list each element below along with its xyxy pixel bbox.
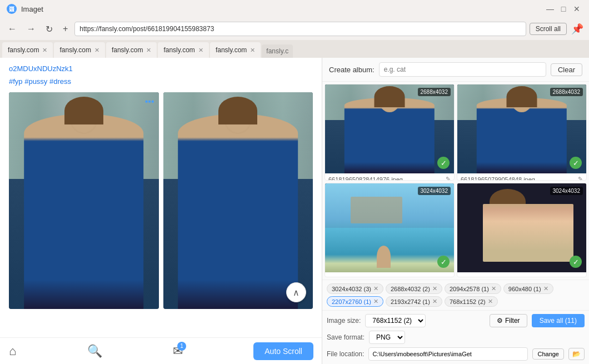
- tab-1-close[interactable]: ✕: [42, 47, 47, 54]
- dots-menu-icon[interactable]: •••: [145, 97, 154, 107]
- close-button[interactable]: ✕: [571, 3, 582, 14]
- browser-content: o2MDUxNDUzNzk1 #fyp #pussy #dress: [0, 58, 322, 364]
- mail-icon[interactable]: ✉ 1: [173, 344, 183, 358]
- check-icon-1: ✓: [437, 157, 450, 169]
- format-row: Save format: PNG: [327, 331, 585, 344]
- filter-tag-4-remove[interactable]: ✕: [373, 298, 378, 305]
- tab-6-label: fansly.c: [266, 47, 288, 55]
- image-dim-1: 2688x4032: [418, 88, 451, 96]
- bottom-controls: Image size: 768x1152 (2) ⚙ Filter Save a…: [322, 310, 589, 364]
- right-images-grid: 2688x4032 ✓ 661819650828414976.jpeg ✎ Sh…: [322, 82, 589, 280]
- size-row: Image size: 768x1152 (2) ⚙ Filter Save a…: [327, 314, 585, 327]
- save-all-button[interactable]: Save all (11): [532, 314, 585, 327]
- home-icon[interactable]: ⌂: [9, 344, 16, 358]
- filter-tag-2-label: 2094x2578 (1): [450, 286, 489, 292]
- tab-4-close[interactable]: ✕: [198, 47, 203, 54]
- filter-tag-0[interactable]: 3024x4032 (3) ✕: [327, 283, 383, 294]
- image-dim-2: 2688x4032: [550, 88, 583, 96]
- tab-5-label: fansly.com: [216, 46, 247, 54]
- filter-tag-1-remove[interactable]: ✕: [432, 285, 437, 292]
- pin-icon[interactable]: 📌: [570, 22, 585, 36]
- tab-2-close[interactable]: ✕: [94, 47, 99, 54]
- browser-image-1: •••: [9, 92, 159, 309]
- filename-2: 661819650799054848.jpeg: [461, 176, 535, 181]
- image-dim-3: 3024x4032: [418, 187, 451, 195]
- filter-tag-3[interactable]: 960x480 (1) ✕: [503, 283, 553, 294]
- browser-images-grid: ••• ∧: [9, 92, 313, 309]
- filter-tag-1-label: 2688x4032 (2): [391, 286, 430, 292]
- album-label: Create album:: [329, 66, 375, 74]
- album-row: Create album: Clear: [322, 58, 589, 82]
- image-info-1: 661819650828414976.jpeg ✎: [325, 173, 454, 181]
- maximize-button[interactable]: □: [558, 3, 569, 14]
- filter-tag-2[interactable]: 2094x2578 (1) ✕: [445, 283, 501, 294]
- tab-3[interactable]: fansly.com ✕: [106, 42, 157, 58]
- filter-tag-2-remove[interactable]: ✕: [491, 285, 496, 292]
- check-icon-3: ✓: [437, 256, 450, 268]
- image-size-select[interactable]: 768x1152 (2): [365, 314, 426, 327]
- filter-tag-4-label: 2207x2760 (1): [332, 298, 371, 305]
- location-row: File location: Change 📂: [327, 347, 585, 361]
- image-dim-4: 3024x4032: [550, 187, 583, 195]
- page-link[interactable]: o2MDUxNDUzNzk1: [9, 64, 313, 73]
- image-card-3: 3024x4032 ✓: [325, 183, 455, 277]
- back-button[interactable]: ←: [4, 22, 20, 36]
- filter-tags-row: 3024x4032 (3) ✕ 2688x4032 (2) ✕ 2094x257…: [322, 280, 589, 310]
- album-input[interactable]: [379, 62, 546, 77]
- main-layout: o2MDUxNDUzNzk1 #fyp #pussy #dress: [0, 58, 589, 364]
- auto-scroll-button[interactable]: Auto Scroll: [253, 342, 313, 360]
- filter-tag-3-remove[interactable]: ✕: [543, 285, 548, 292]
- image-card-2: 2688x4032 ✓ 661819650799054848.jpeg ✎ Sh…: [457, 84, 587, 181]
- filter-icon: ⚙: [497, 317, 503, 325]
- tab-2[interactable]: fansly.com ✕: [54, 42, 104, 58]
- tab-1[interactable]: fansly.com ✕: [2, 42, 53, 58]
- filter-tag-5-label: 2193x2742 (1): [391, 298, 430, 305]
- tab-3-label: fansly.com: [112, 46, 143, 54]
- right-panel: Create album: Clear 2688x4032 ✓: [322, 58, 589, 364]
- app-icon: 🖼: [7, 4, 17, 14]
- title-bar-left: 🖼 Imaget: [7, 4, 43, 14]
- address-bar[interactable]: [74, 22, 526, 36]
- clear-button[interactable]: Clear: [551, 63, 582, 76]
- image-info-4: [457, 272, 586, 277]
- filter-tag-4[interactable]: 2207x2760 (1) ✕: [327, 296, 383, 307]
- file-location-input[interactable]: [368, 347, 528, 361]
- tab-2-label: fansly.com: [59, 46, 91, 54]
- filter-button[interactable]: ⚙ Filter: [490, 314, 527, 327]
- tab-5-close[interactable]: ✕: [250, 47, 255, 54]
- tab-5[interactable]: fansly.com ✕: [210, 42, 261, 58]
- tab-6[interactable]: fansly.c: [262, 44, 293, 58]
- filter-tag-5-remove[interactable]: ✕: [432, 298, 437, 305]
- filter-tag-6[interactable]: 768x1152 (2) ✕: [445, 296, 498, 307]
- tab-3-close[interactable]: ✕: [146, 47, 151, 54]
- check-icon-4: ✓: [570, 256, 582, 268]
- filter-tag-3-label: 960x480 (1): [508, 286, 541, 292]
- forward-button[interactable]: →: [23, 22, 39, 36]
- search-icon[interactable]: 🔍: [87, 344, 102, 358]
- image-card-4: 3024x4032 ✓: [457, 183, 587, 277]
- image-card-1: 2688x4032 ✓ 661819650828414976.jpeg ✎ Sh…: [325, 84, 455, 181]
- image-info-3: [325, 272, 454, 277]
- open-folder-button[interactable]: 📂: [568, 348, 585, 360]
- scroll-up-button[interactable]: ∧: [286, 282, 306, 302]
- filter-tag-6-remove[interactable]: ✕: [488, 298, 493, 305]
- scroll-all-button[interactable]: Scroll all: [530, 23, 567, 35]
- filter-tag-5[interactable]: 2193x2742 (1) ✕: [386, 296, 442, 307]
- title-bar: 🖼 Imaget — □ ✕: [0, 0, 589, 18]
- change-button[interactable]: Change: [532, 348, 564, 360]
- image-info-2: 661819650799054848.jpeg ✎: [457, 173, 586, 181]
- new-tab-button[interactable]: +: [59, 22, 71, 36]
- save-format-select[interactable]: PNG: [369, 331, 405, 344]
- filter-btn-label: Filter: [505, 317, 520, 325]
- image-thumb-3: 3024x4032 ✓: [325, 183, 454, 272]
- image-size-label: Image size:: [327, 317, 361, 325]
- edit-icon-1[interactable]: ✎: [446, 176, 451, 181]
- tab-4[interactable]: fansly.com ✕: [158, 42, 208, 58]
- tabs-bar: fansly.com ✕ fansly.com ✕ fansly.com ✕ f…: [0, 40, 589, 58]
- filter-tag-1[interactable]: 2688x4032 (2) ✕: [386, 283, 442, 294]
- edit-icon-2[interactable]: ✎: [578, 176, 583, 181]
- title-bar-controls: — □ ✕: [545, 3, 582, 14]
- minimize-button[interactable]: —: [545, 3, 556, 14]
- filter-tag-0-remove[interactable]: ✕: [373, 285, 378, 292]
- refresh-button[interactable]: ↻: [42, 22, 56, 37]
